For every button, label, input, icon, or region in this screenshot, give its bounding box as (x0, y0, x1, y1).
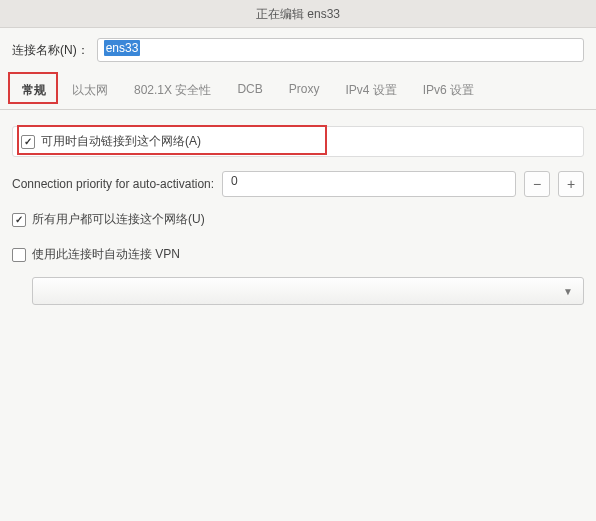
tab-ethernet[interactable]: 以太网 (62, 74, 118, 109)
window-title: 正在编辑 ens33 (256, 7, 340, 21)
connection-name-value: ens33 (104, 40, 141, 56)
connection-name-input[interactable]: ens33 (97, 38, 584, 62)
all-users-label: 所有用户都可以连接这个网络(U) (32, 211, 205, 228)
auto-connect-field: 可用时自动链接到这个网络(A) (12, 126, 584, 157)
auto-vpn-label: 使用此连接时自动连接 VPN (32, 246, 180, 263)
priority-label: Connection priority for auto-activation: (12, 177, 214, 191)
priority-decrement-button[interactable]: − (524, 171, 550, 197)
tab-general[interactable]: 常规 (12, 74, 56, 109)
window-titlebar: 正在编辑 ens33 (0, 0, 596, 28)
priority-row: Connection priority for auto-activation:… (12, 171, 584, 197)
priority-input[interactable]: 0 (222, 171, 516, 197)
connection-name-row: 连接名称(N)： ens33 (0, 28, 596, 74)
auto-connect-row: 可用时自动链接到这个网络(A) (12, 126, 584, 157)
tab-dcb[interactable]: DCB (227, 74, 272, 109)
auto-vpn-checkbox[interactable] (12, 248, 26, 262)
connection-name-label: 连接名称(N)： (12, 42, 89, 59)
auto-connect-label: 可用时自动链接到这个网络(A) (41, 133, 201, 150)
tab-ipv4[interactable]: IPv4 设置 (335, 74, 406, 109)
tab-ipv6[interactable]: IPv6 设置 (413, 74, 484, 109)
auto-connect-checkbox-wrap[interactable]: 可用时自动链接到这个网络(A) (21, 133, 575, 150)
all-users-checkbox-wrap[interactable]: 所有用户都可以连接这个网络(U) (12, 211, 205, 228)
all-users-checkbox[interactable] (12, 213, 26, 227)
auto-vpn-row: 使用此连接时自动连接 VPN (12, 246, 584, 263)
priority-increment-button[interactable]: + (558, 171, 584, 197)
auto-connect-checkbox[interactable] (21, 135, 35, 149)
tabs-bar: 常规 以太网 802.1X 安全性 DCB Proxy IPv4 设置 IPv6… (0, 74, 596, 110)
vpn-select-dropdown[interactable]: ▼ (32, 277, 584, 305)
all-users-row: 所有用户都可以连接这个网络(U) (12, 211, 584, 228)
auto-vpn-checkbox-wrap[interactable]: 使用此连接时自动连接 VPN (12, 246, 180, 263)
priority-value: 0 (231, 174, 238, 188)
chevron-down-icon: ▼ (563, 286, 573, 297)
tab-proxy[interactable]: Proxy (279, 74, 330, 109)
tab-content-general: 可用时自动链接到这个网络(A) Connection priority for … (0, 110, 596, 321)
tab-security[interactable]: 802.1X 安全性 (124, 74, 221, 109)
